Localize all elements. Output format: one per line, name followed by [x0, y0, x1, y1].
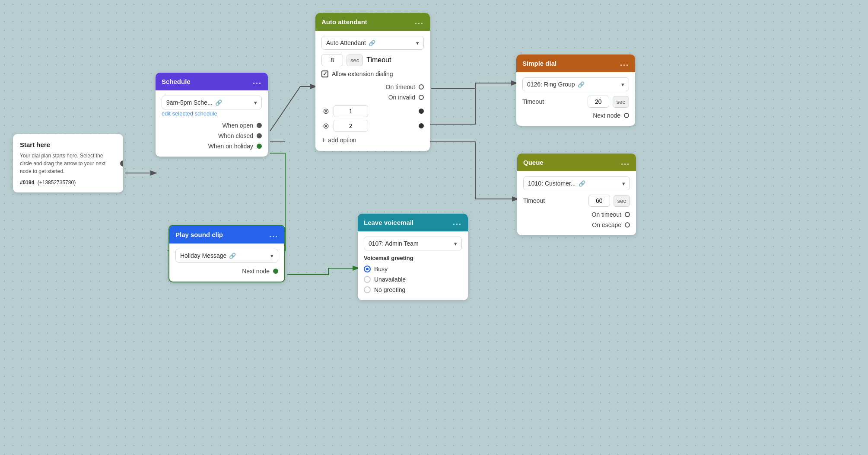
- auto-attendant-header: Auto attendant ...: [315, 13, 430, 31]
- when-open-dot[interactable]: [257, 123, 262, 128]
- auto-attendant-chevron-icon: ▾: [416, 40, 419, 46]
- play-next-node-dot[interactable]: [273, 269, 278, 274]
- auto-option1-remove-icon[interactable]: ⊗: [321, 106, 330, 116]
- simple-dial-dropdown[interactable]: 0126: Ring Group 🔗 ▾: [522, 77, 629, 91]
- play-sound-link-icon: 🔗: [229, 253, 236, 259]
- simple-dial-next-node-row: Next node: [522, 110, 629, 121]
- auto-option2-dot[interactable]: [419, 123, 424, 128]
- queue-chevron-icon: ▾: [622, 180, 625, 187]
- auto-attendant-dropdown[interactable]: Auto Attendant 🔗 ▾: [321, 36, 424, 50]
- voicemail-busy-radio[interactable]: [364, 266, 371, 272]
- queue-on-escape-row: On escape: [523, 220, 630, 230]
- auto-add-option-button[interactable]: + add option: [321, 135, 424, 146]
- schedule-dropdown[interactable]: 9am-5pm Sche... 🔗 ▾: [162, 96, 262, 109]
- auto-timeout-row: sec Timeout: [321, 54, 424, 66]
- voicemail-unavailable-row: Unavailable: [364, 274, 462, 285]
- simple-dial-link-icon: 🔗: [578, 81, 585, 88]
- simple-dial-card: Simple dial ... 0126: Ring Group 🔗 ▾ Tim…: [516, 54, 635, 126]
- queue-on-timeout-dot[interactable]: [625, 212, 630, 217]
- play-sound-body: Holiday Message 🔗 ▾ Next node: [169, 244, 284, 282]
- edit-schedule-link[interactable]: edit selected schedule: [162, 109, 262, 120]
- start-title: Start here: [20, 141, 116, 148]
- queue-on-timeout-row: On timeout: [523, 209, 630, 220]
- simple-dial-sec-label: sec: [613, 96, 629, 108]
- auto-option1-dot[interactable]: [419, 109, 424, 114]
- when-holiday-row: When on holiday: [162, 141, 262, 151]
- voicemail-chevron-icon: ▾: [454, 240, 457, 247]
- simple-dial-timeout-row: Timeout sec: [522, 96, 629, 108]
- auto-on-invalid-row: On invalid: [321, 92, 424, 103]
- auto-attendant-card: Auto attendant ... Auto Attendant 🔗 ▾ se…: [315, 13, 430, 151]
- play-sound-chevron-icon: ▾: [270, 253, 273, 259]
- schedule-card: Schedule ... 9am-5pm Sche... 🔗 ▾ edit se…: [156, 73, 268, 157]
- when-closed-dot[interactable]: [257, 133, 262, 138]
- schedule-link-icon: 🔗: [215, 99, 222, 106]
- simple-dial-next-node-dot[interactable]: [624, 113, 629, 118]
- simple-dial-timeout-input[interactable]: [588, 96, 609, 108]
- auto-on-timeout-row: On timeout: [321, 82, 424, 92]
- auto-sec-label: sec: [347, 54, 363, 66]
- queue-sec-label: sec: [614, 195, 630, 207]
- voicemail-header: Leave voicemail ...: [358, 214, 468, 231]
- queue-link-icon: 🔗: [579, 180, 585, 187]
- auto-option1-row: ⊗: [321, 105, 424, 117]
- start-here-card: Start here Your dial plan starts here. S…: [13, 134, 123, 192]
- voicemail-body: 0107: Admin Team ▾ Voicemail greeting Bu…: [358, 231, 468, 300]
- queue-timeout-input[interactable]: [588, 195, 610, 207]
- schedule-body: 9am-5pm Sche... 🔗 ▾ edit selected schedu…: [156, 90, 268, 157]
- play-next-node-row: Next node: [175, 266, 278, 276]
- voicemail-menu-dots[interactable]: ...: [453, 218, 462, 227]
- simple-dial-chevron-icon: ▾: [621, 81, 624, 88]
- start-description: Your dial plan starts here. Select the c…: [20, 152, 116, 175]
- voicemail-busy-row: Busy: [364, 264, 462, 274]
- auto-option2-row: ⊗: [321, 120, 424, 132]
- auto-on-timeout-dot[interactable]: [419, 84, 424, 90]
- auto-timeout-input[interactable]: [321, 54, 343, 66]
- voicemail-unavailable-radio[interactable]: [364, 276, 371, 283]
- start-phone-id: #0194 (+13852735780): [20, 179, 116, 186]
- when-closed-row: When closed: [162, 131, 262, 141]
- queue-on-escape-dot[interactable]: [625, 222, 630, 228]
- queue-header: Queue ...: [517, 154, 636, 171]
- auto-option2-remove-icon[interactable]: ⊗: [321, 121, 330, 131]
- when-open-row: When open: [162, 120, 262, 131]
- play-sound-card: Play sound clip ... Holiday Message 🔗 ▾ …: [169, 225, 285, 282]
- auto-attendant-menu-dots[interactable]: ...: [415, 17, 424, 26]
- queue-body: 1010: Customer... 🔗 ▾ Timeout sec On tim…: [517, 171, 636, 235]
- start-output-dot[interactable]: [120, 160, 123, 167]
- schedule-menu-dots[interactable]: ...: [253, 77, 262, 86]
- queue-menu-dots[interactable]: ...: [621, 158, 630, 167]
- auto-extension-checkbox[interactable]: [321, 70, 328, 77]
- play-sound-header: Play sound clip ...: [169, 226, 284, 244]
- queue-card: Queue ... 1010: Customer... 🔗 ▾ Timeout …: [517, 154, 636, 235]
- simple-dial-header: Simple dial ...: [516, 54, 635, 72]
- play-sound-menu-dots[interactable]: ...: [269, 230, 278, 239]
- queue-timeout-row: Timeout sec: [523, 195, 630, 207]
- auto-attendant-body: Auto Attendant 🔗 ▾ sec Timeout Allow ext…: [315, 31, 430, 151]
- auto-attendant-link-icon: 🔗: [369, 40, 375, 46]
- schedule-header: Schedule ...: [156, 73, 268, 90]
- voicemail-no-greeting-radio[interactable]: [364, 286, 371, 293]
- queue-dropdown[interactable]: 1010: Customer... 🔗 ▾: [523, 176, 630, 190]
- voicemail-dropdown[interactable]: 0107: Admin Team ▾: [364, 237, 462, 250]
- simple-dial-menu-dots[interactable]: ...: [620, 59, 629, 68]
- voicemail-card: Leave voicemail ... 0107: Admin Team ▾ V…: [358, 214, 468, 300]
- auto-add-option-plus-icon: +: [321, 136, 325, 144]
- voicemail-greeting-label: Voicemail greeting: [364, 255, 462, 261]
- voicemail-no-greeting-row: No greeting: [364, 285, 462, 295]
- when-holiday-dot[interactable]: [257, 144, 262, 149]
- auto-option1-input[interactable]: [334, 105, 368, 117]
- auto-option2-input[interactable]: [334, 120, 368, 132]
- play-sound-dropdown[interactable]: Holiday Message 🔗 ▾: [175, 249, 278, 263]
- auto-on-invalid-dot[interactable]: [419, 95, 424, 100]
- simple-dial-body: 0126: Ring Group 🔗 ▾ Timeout sec Next no…: [516, 72, 635, 126]
- auto-extension-row: Allow extension dialing: [321, 70, 424, 77]
- schedule-chevron-icon: ▾: [254, 99, 257, 106]
